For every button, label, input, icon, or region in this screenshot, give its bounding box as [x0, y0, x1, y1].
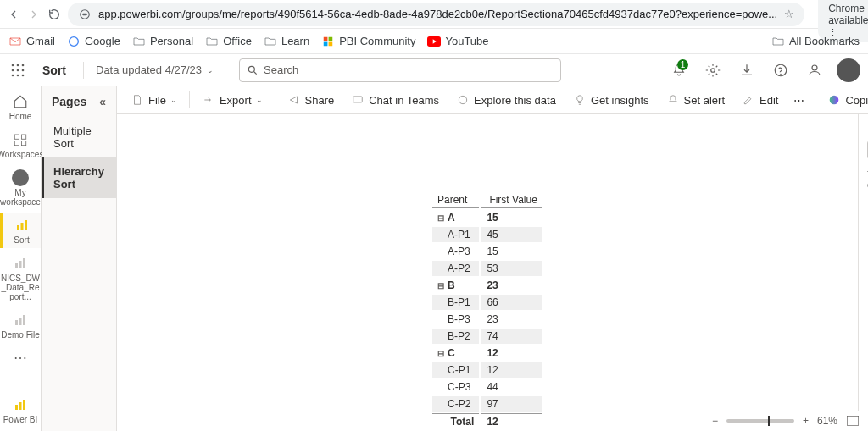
zoom-in[interactable]: + [803, 415, 809, 427]
pbi-header: Sort Data updated 4/27/23⌄ Search 1 [0, 54, 868, 86]
rail-nics[interactable]: NICS_DW_Data_Report... [0, 251, 41, 305]
rail-home[interactable]: Home [0, 90, 41, 124]
notification-badge: 1 [677, 59, 688, 70]
svg-point-16 [22, 74, 25, 76]
svg-point-15 [17, 74, 19, 76]
table-row[interactable]: ⊟B23 [432, 278, 542, 293]
more-actions[interactable]: ⋯ [788, 91, 810, 110]
filters-panel: Filters › Search There aren't any filter… [858, 114, 868, 431]
bookmark-office[interactable]: Office [205, 35, 252, 48]
settings-icon[interactable] [700, 58, 726, 83]
svg-point-40 [830, 96, 839, 105]
address-bar[interactable]: app.powerbi.com/groups/me/reports/490f56… [68, 3, 804, 26]
data-updated-dropdown[interactable]: Data updated 4/27/23⌄ [96, 64, 214, 76]
rail-sort[interactable]: Sort [0, 213, 41, 248]
bell-icon [666, 93, 680, 107]
rail-demo[interactable]: Demo File [0, 308, 41, 343]
profile-avatar[interactable] [836, 58, 861, 83]
bookmark-all[interactable]: All Bookmarks [771, 35, 860, 48]
help-icon[interactable] [768, 58, 793, 83]
zoom-level: 61% [817, 415, 837, 427]
folder-icon [205, 35, 219, 48]
share-button[interactable]: Share [281, 90, 342, 110]
folder-icon [132, 35, 146, 48]
page-hierarchy-sort[interactable]: Hierarchy Sort [42, 157, 116, 198]
report-canvas[interactable]: Parent First Value ⊟A15A-P145A-P315A-P25… [117, 114, 858, 431]
edit-button[interactable]: Edit [735, 90, 785, 110]
left-nav-rail: Home Workspaces My workspace Sort NICS_D… [0, 86, 42, 431]
table-row[interactable]: ⊟A15 [432, 210, 542, 225]
table-row[interactable]: B-P323 [432, 312, 542, 327]
page-multiple-sort[interactable]: Multiple Sort [42, 117, 116, 157]
folder-icon [771, 35, 785, 48]
table-row[interactable]: ⊟C12 [432, 345, 542, 361]
site-info-icon[interactable] [78, 8, 92, 21]
col-first-value[interactable]: First Value [481, 192, 542, 208]
report-icon [14, 217, 31, 234]
collapse-pages-icon[interactable]: « [99, 95, 106, 108]
col-parent[interactable]: Parent [432, 192, 479, 208]
bookmark-gmail[interactable]: Gmail [8, 35, 55, 48]
rail-more[interactable]: ⋯ [0, 346, 41, 369]
powerbi-icon [12, 396, 29, 413]
report-icon [12, 312, 29, 329]
rail-powerbi[interactable]: Power BI [0, 393, 41, 428]
zoom-status-bar: − + 61% [704, 411, 868, 431]
teams-button[interactable]: Chat in Teams [344, 90, 446, 110]
svg-rect-28 [25, 220, 27, 230]
back-button[interactable] [7, 4, 20, 25]
bookmark-personal[interactable]: Personal [132, 35, 193, 48]
report-title: Sort [37, 64, 71, 77]
table-row[interactable]: C-P297 [432, 396, 542, 412]
svg-point-2 [70, 36, 79, 46]
bookmark-pbi-community[interactable]: PBI Community [321, 35, 415, 48]
report-icon [12, 255, 29, 272]
table-row[interactable]: C-P344 [432, 379, 542, 395]
home-icon [12, 93, 29, 110]
table-row[interactable]: A-P145 [432, 227, 542, 242]
copilot-button[interactable]: Copilot [821, 90, 868, 110]
copilot-icon [827, 93, 841, 107]
google-icon [67, 35, 81, 48]
table-row[interactable]: A-P315 [432, 244, 542, 259]
table-row[interactable]: B-P274 [432, 329, 542, 344]
matrix-visual[interactable]: Parent First Value ⊟A15A-P145A-P315A-P25… [431, 191, 544, 431]
global-search[interactable]: Search [239, 58, 561, 82]
forward-button[interactable] [27, 4, 41, 25]
svg-rect-22 [14, 135, 19, 139]
explore-icon [456, 93, 470, 107]
bookmark-learn[interactable]: Learn [264, 35, 309, 48]
rail-workspaces[interactable]: Workspaces [0, 128, 41, 163]
table-row[interactable]: B-P166 [432, 295, 542, 310]
bookmark-google[interactable]: Google [67, 35, 120, 48]
explore-button[interactable]: Explore this data [449, 90, 563, 110]
rail-my-workspace[interactable]: My workspace [0, 166, 41, 210]
app-launcher-icon[interactable] [7, 59, 29, 81]
svg-rect-37 [23, 400, 25, 410]
star-icon[interactable]: ☆ [784, 8, 794, 20]
svg-rect-27 [20, 223, 23, 230]
gmail-icon [8, 35, 22, 48]
insights-button[interactable]: Get insights [566, 90, 656, 110]
table-row[interactable]: C-P112 [432, 362, 542, 378]
bookmarks-bar: Gmail Google Personal Office Learn PBI C… [0, 29, 868, 54]
reload-button[interactable] [47, 4, 61, 25]
svg-rect-26 [17, 225, 19, 230]
fit-page-icon[interactable] [846, 415, 860, 427]
download-icon[interactable] [734, 58, 760, 83]
alert-button[interactable]: Set alert [659, 90, 732, 110]
table-row[interactable]: A-P253 [432, 261, 542, 276]
pages-panel: Pages « Multiple Sort Hierarchy Sort [42, 86, 117, 431]
bookmark-youtube[interactable]: YouTube [427, 35, 488, 48]
avatar-icon [12, 169, 29, 186]
url-text: app.powerbi.com/groups/me/reports/490f56… [98, 8, 777, 20]
zoom-out[interactable]: − [712, 415, 718, 427]
file-menu[interactable]: File⌄ [124, 90, 184, 110]
svg-rect-38 [353, 97, 363, 102]
svg-point-21 [812, 65, 817, 70]
feedback-icon[interactable] [802, 58, 827, 83]
zoom-slider[interactable] [726, 419, 794, 423]
notifications-icon[interactable]: 1 [666, 58, 692, 83]
export-menu[interactable]: Export⌄ [195, 90, 270, 110]
svg-rect-33 [19, 318, 22, 325]
